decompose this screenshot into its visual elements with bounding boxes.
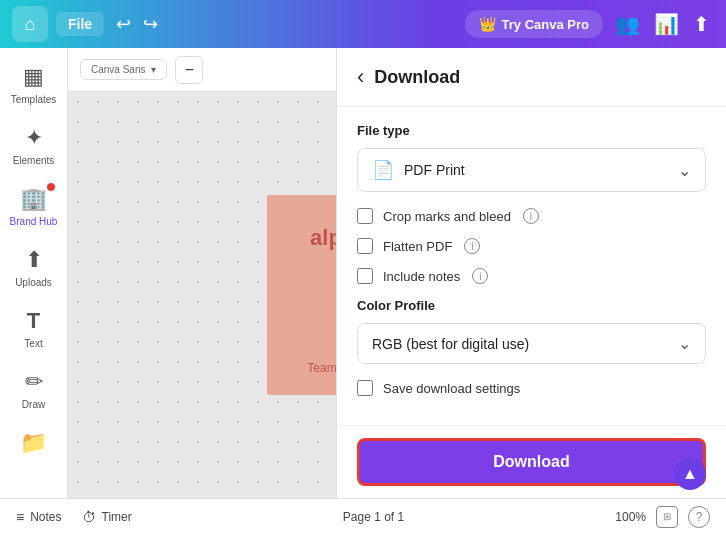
bottom-right-controls: 100% ⊞ ?: [615, 506, 710, 528]
minus-icon: −: [185, 61, 194, 79]
left-sidebar: ▦ Templates ✦ Elements 🏢 Brand Hub ⬆ Upl…: [0, 48, 68, 498]
undo-redo-group: ↩ ↪: [112, 9, 162, 39]
brand-hub-icon: 🏢: [20, 186, 47, 212]
crop-marks-row: Crop marks and bleed i: [357, 208, 706, 224]
timer-label: Timer: [102, 510, 132, 524]
include-notes-label: Include notes: [383, 269, 460, 284]
elements-icon: ✦: [25, 125, 43, 151]
chart-icon[interactable]: 📊: [650, 8, 683, 40]
timer-icon: ⏱: [82, 509, 96, 525]
help-button[interactable]: ?: [688, 506, 710, 528]
flatten-pdf-checkbox[interactable]: [357, 238, 373, 254]
redo-button[interactable]: ↪: [139, 9, 162, 39]
page-view-icon[interactable]: ⊞: [656, 506, 678, 528]
scroll-indicator[interactable]: ▲: [674, 458, 706, 490]
download-panel: ‹ Download File type 📄 PDF Print ⌄ Cro: [336, 48, 726, 498]
download-button-wrap: Download: [337, 425, 726, 498]
sidebar-item-brand-hub[interactable]: 🏢 Brand Hub: [4, 178, 64, 235]
home-button[interactable]: ⌂: [12, 6, 48, 42]
sidebar-item-templates[interactable]: ▦ Templates: [4, 56, 64, 113]
main-layout: ▦ Templates ✦ Elements 🏢 Brand Hub ⬆ Upl…: [0, 48, 726, 498]
file-type-name: PDF Print: [404, 162, 465, 178]
uploads-icon: ⬆: [25, 247, 43, 273]
color-profile-chevron-icon: ⌄: [678, 334, 691, 353]
file-button[interactable]: File: [56, 12, 104, 36]
crop-marks-label: Crop marks and bleed: [383, 209, 511, 224]
sidebar-item-uploads[interactable]: ⬆ Uploads: [4, 239, 64, 296]
font-selector[interactable]: Canva Sans ▾: [80, 59, 167, 80]
font-size-minus-button[interactable]: −: [175, 56, 203, 84]
flatten-pdf-label: Flatten PDF: [383, 239, 452, 254]
flatten-pdf-row: Flatten PDF i: [357, 238, 706, 254]
sidebar-item-folder[interactable]: 📁: [4, 422, 64, 464]
timer-button[interactable]: ⏱ Timer: [82, 509, 132, 525]
notes-icon: ≡: [16, 509, 24, 525]
bottom-toolbar: ≡ Notes ⏱ Timer Page 1 of 1 100% ⊞ ?: [0, 498, 726, 534]
page-info: Page 1 of 1: [152, 510, 596, 524]
file-type-selector[interactable]: 📄 PDF Print ⌄: [357, 148, 706, 192]
pdf-file-icon: 📄: [372, 159, 394, 181]
folder-icon: 📁: [20, 430, 47, 456]
home-icon: ⌂: [25, 14, 36, 35]
zoom-percentage: 100%: [615, 510, 646, 524]
sidebar-item-text[interactable]: T Text: [4, 300, 64, 357]
color-profile-section: Color Profile RGB (best for digital use)…: [357, 298, 706, 364]
color-profile-label: Color Profile: [357, 298, 706, 313]
download-button[interactable]: Download: [357, 438, 706, 486]
canvas-area: Canva Sans ▾ − alphr Team alphr ‹ Downlo…: [68, 48, 726, 498]
notes-button[interactable]: ≡ Notes: [16, 509, 62, 525]
file-type-left: 📄 PDF Print: [372, 159, 465, 181]
include-notes-row: Include notes i: [357, 268, 706, 284]
include-notes-checkbox[interactable]: [357, 268, 373, 284]
undo-button[interactable]: ↩: [112, 9, 135, 39]
templates-icon: ▦: [23, 64, 44, 90]
color-profile-value: RGB (best for digital use): [372, 336, 529, 352]
save-settings-row: Save download settings: [357, 380, 706, 396]
crop-marks-checkbox[interactable]: [357, 208, 373, 224]
draw-icon: ✏: [25, 369, 43, 395]
include-notes-info-icon[interactable]: i: [472, 268, 488, 284]
try-pro-button[interactable]: 👑 Try Canva Pro: [465, 10, 603, 38]
crop-marks-info-icon[interactable]: i: [523, 208, 539, 224]
file-type-label: File type: [357, 123, 706, 138]
save-settings-checkbox[interactable]: [357, 380, 373, 396]
people-icon[interactable]: 👥: [611, 8, 644, 40]
crown-icon: 👑: [479, 16, 496, 32]
color-profile-selector[interactable]: RGB (best for digital use) ⌄: [357, 323, 706, 364]
save-settings-label: Save download settings: [383, 381, 520, 396]
font-chevron-icon: ▾: [151, 64, 156, 75]
back-button[interactable]: ‹: [357, 64, 364, 90]
notes-label: Notes: [30, 510, 61, 524]
panel-header: ‹ Download: [337, 48, 726, 107]
panel-scroll-area[interactable]: File type 📄 PDF Print ⌄ Crop marks and b…: [337, 107, 726, 425]
flatten-pdf-info-icon[interactable]: i: [464, 238, 480, 254]
sidebar-item-elements[interactable]: ✦ Elements: [4, 117, 64, 174]
sidebar-item-draw[interactable]: ✏ Draw: [4, 361, 64, 418]
share-icon[interactable]: ⬆: [689, 8, 714, 40]
panel-title: Download: [374, 67, 460, 88]
brand-hub-badge: [46, 182, 56, 192]
top-toolbar: ⌂ File ↩ ↪ 👑 Try Canva Pro 👥 📊 ⬆: [0, 0, 726, 48]
toolbar-right-icons: 👥 📊 ⬆: [611, 8, 714, 40]
file-type-chevron-icon: ⌄: [678, 161, 691, 180]
text-icon: T: [27, 308, 40, 334]
